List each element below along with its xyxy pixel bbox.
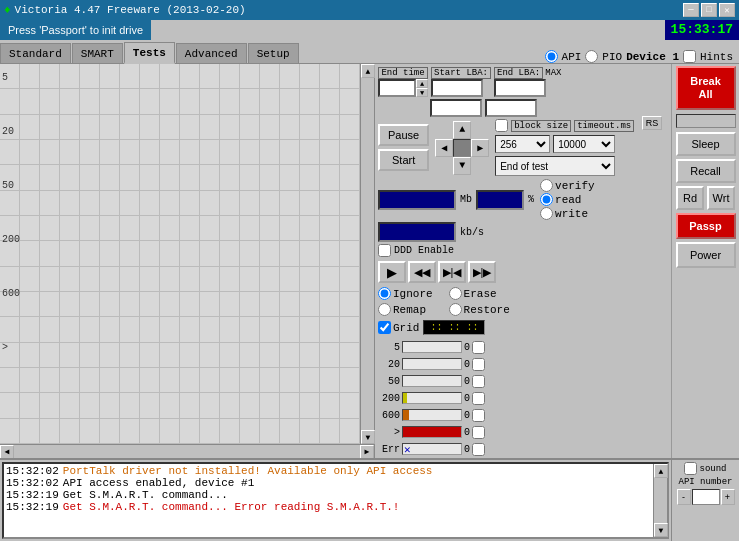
row-check-err[interactable]	[472, 443, 485, 456]
tab-advanced[interactable]: Advanced	[176, 43, 247, 63]
passport-button[interactable]: Press 'Passport' to init drive	[0, 20, 151, 40]
log-scroll-down[interactable]: ▼	[654, 523, 668, 537]
row-check-5[interactable]	[472, 341, 485, 354]
graph-vscrollbar[interactable]: ▲ ▼	[360, 64, 374, 444]
row-check-20[interactable]	[472, 358, 485, 371]
read-radio[interactable]	[540, 193, 553, 206]
row-check-50[interactable]	[472, 375, 485, 388]
maximize-button[interactable]: □	[701, 3, 717, 17]
ddd-checkbox[interactable]	[378, 244, 391, 257]
verify-radio-label[interactable]: verify	[540, 179, 595, 192]
device-label: Device 1	[626, 51, 679, 63]
sound-checkbox[interactable]	[684, 462, 697, 475]
erase-radio[interactable]	[449, 287, 462, 300]
pause-button[interactable]: Pause	[378, 124, 429, 146]
row-check-200[interactable]	[472, 392, 485, 405]
pio-label: PIO	[602, 51, 622, 63]
sound-checkbox-label[interactable]: sound	[684, 462, 726, 475]
field2-input[interactable]: 0	[485, 99, 537, 117]
timeout-select[interactable]: 10000	[553, 135, 615, 153]
row-check-600[interactable]	[472, 409, 485, 422]
time-down-arrow[interactable]: ▼	[416, 88, 428, 97]
end-time-group: End time 2:24 ▲ ▼	[378, 67, 428, 97]
log-scroll-up[interactable]: ▲	[654, 464, 668, 478]
scroll-up-button[interactable]: ▲	[361, 64, 375, 78]
grid-check-label[interactable]: Grid	[378, 321, 419, 334]
sound-value-input[interactable]: 1	[692, 489, 720, 505]
passp-button[interactable]: Passp	[676, 213, 736, 239]
block-size-checkbox[interactable]	[495, 119, 508, 132]
recall-button[interactable]: Recall	[676, 159, 736, 183]
nav-left-button[interactable]: ◀	[435, 139, 453, 157]
start-lba-input[interactable]: 0	[431, 79, 483, 97]
log-time-1: 15:32:02	[6, 477, 59, 489]
write-radio[interactable]	[540, 207, 553, 220]
time-up-arrow[interactable]: ▲	[416, 79, 428, 88]
bottom-area: 15:32:02 PortTalk driver not installed! …	[0, 458, 739, 541]
ff-button[interactable]: ▶|◀	[438, 261, 466, 283]
read-radio-label[interactable]: read	[540, 193, 595, 206]
sleep-button[interactable]: Sleep	[676, 132, 736, 156]
play-button[interactable]: ▶	[378, 261, 406, 283]
pause-start-col: Pause Start	[378, 124, 429, 171]
nav-down-button[interactable]: ▼	[453, 157, 471, 175]
ignore-remap-col: Ignore Remap	[378, 287, 433, 316]
rs-button[interactable]: RS	[642, 116, 663, 130]
hints-checkbox[interactable]	[683, 50, 696, 63]
field1-input[interactable]: 0	[430, 99, 482, 117]
graph-label-200: 200	[2, 234, 20, 288]
block-timeout-row: block size timeout.ms	[495, 119, 634, 132]
tab-smart[interactable]: SMART	[72, 43, 123, 63]
break-all-button[interactable]: Break All	[676, 66, 736, 110]
scroll-down-button[interactable]: ▼	[361, 430, 375, 444]
erase-radio-label[interactable]: Erase	[449, 287, 510, 300]
tab-tests[interactable]: Tests	[124, 42, 175, 64]
start-button[interactable]: Start	[378, 149, 429, 171]
block-size-select[interactable]: 256	[495, 135, 550, 153]
graph-hscrollbar[interactable]: ◀ ▶	[0, 444, 374, 458]
log-scrollbar[interactable]: ▲ ▼	[653, 464, 667, 537]
grid-checkbox[interactable]	[378, 321, 391, 334]
titlebar: ♦ Victoria 4.47 Freeware (2013-02-20) ─ …	[0, 0, 739, 20]
power-button[interactable]: Power	[676, 242, 736, 268]
restore-radio-label[interactable]: Restore	[449, 303, 510, 316]
end-button[interactable]: ▶|▶	[468, 261, 496, 283]
row-check-gt[interactable]	[472, 426, 485, 439]
close-button[interactable]: ✕	[719, 3, 735, 17]
sound-inc-button[interactable]: +	[721, 489, 735, 505]
ignore-radio[interactable]	[378, 287, 391, 300]
sound-dec-button[interactable]: -	[677, 489, 691, 505]
nav-center	[453, 139, 471, 157]
row-value-gt: 0	[464, 427, 470, 438]
row-bar-20: 20 0	[378, 356, 668, 372]
row-value-200: 0	[464, 393, 470, 404]
wrt-button[interactable]: Wrt	[707, 186, 735, 210]
hscroll-right-button[interactable]: ▶	[360, 445, 374, 459]
rd-button[interactable]: Rd	[676, 186, 704, 210]
api-radio[interactable]	[545, 50, 558, 63]
nav-right-button[interactable]: ▶	[471, 139, 489, 157]
ignore-radio-label[interactable]: Ignore	[378, 287, 433, 300]
timeout-label: timeout.ms	[574, 120, 634, 132]
hscroll-left-button[interactable]: ◀	[0, 445, 14, 459]
remap-radio[interactable]	[378, 303, 391, 316]
pct-display	[476, 190, 524, 210]
row-label-50: 50	[378, 376, 400, 387]
minimize-button[interactable]: ─	[683, 3, 699, 17]
end-lba-input[interactable]: 1	[494, 79, 546, 97]
grid-display: :: :: ::	[423, 320, 485, 335]
tab-setup[interactable]: Setup	[248, 43, 299, 63]
graph-label-600: 600	[2, 288, 20, 342]
log-msg-0: PortTalk driver not installed! Available…	[63, 465, 433, 477]
verify-radio[interactable]	[540, 179, 553, 192]
nav-up-button[interactable]: ▲	[453, 121, 471, 139]
write-radio-label[interactable]: write	[540, 207, 595, 220]
test-mode-select[interactable]: End of test	[495, 156, 615, 176]
pio-radio[interactable]	[585, 50, 598, 63]
tab-standard[interactable]: Standard	[0, 43, 71, 63]
back-button[interactable]: ◀◀	[408, 261, 436, 283]
remap-radio-label[interactable]: Remap	[378, 303, 433, 316]
restore-radio[interactable]	[449, 303, 462, 316]
end-time-input[interactable]: 2:24	[378, 79, 416, 97]
log-section: 15:32:02 PortTalk driver not installed! …	[0, 460, 671, 541]
